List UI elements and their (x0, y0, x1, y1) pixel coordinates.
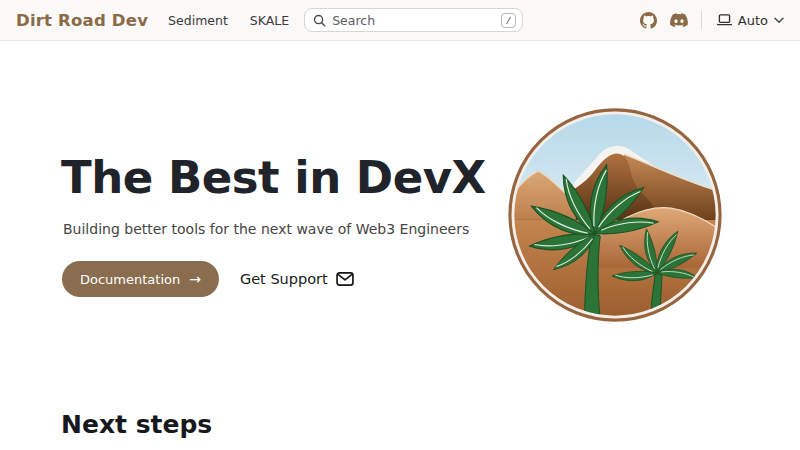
search-icon (313, 14, 326, 27)
brand-logo-text[interactable]: Dirt Road Dev (16, 11, 148, 30)
nav-item-skale[interactable]: SKALE (250, 13, 289, 28)
header-actions: Auto (640, 11, 786, 30)
slash-key-icon (501, 13, 516, 28)
hero-subtitle: Building better tools for the next wave … (63, 221, 469, 237)
laptop-icon (717, 14, 732, 26)
next-steps-heading: Next steps (61, 410, 212, 439)
hero-title: The Best in DevX (61, 153, 486, 203)
dirt-road-dev-logo (507, 107, 723, 323)
search-bar[interactable] (304, 8, 523, 32)
theme-selector[interactable]: Auto (715, 11, 786, 30)
github-icon[interactable] (640, 12, 657, 29)
get-support-label: Get Support (240, 271, 328, 287)
hero-cta-row: Documentation → Get Support (62, 261, 354, 297)
documentation-button[interactable]: Documentation → (62, 261, 219, 297)
top-navigation-bar: Dirt Road Dev Sediment SKALE (0, 0, 800, 41)
nav-item-sediment[interactable]: Sediment (168, 13, 228, 28)
arrow-right-icon: → (189, 272, 201, 286)
get-support-link[interactable]: Get Support (240, 271, 354, 287)
search-input[interactable] (332, 13, 495, 28)
documentation-button-label: Documentation (80, 272, 180, 287)
theme-selector-label: Auto (738, 13, 768, 28)
chevron-down-icon (774, 17, 784, 24)
header-divider (701, 11, 702, 29)
mail-icon (336, 272, 354, 286)
main-nav: Sediment SKALE (168, 13, 289, 28)
discord-icon[interactable] (670, 13, 688, 27)
